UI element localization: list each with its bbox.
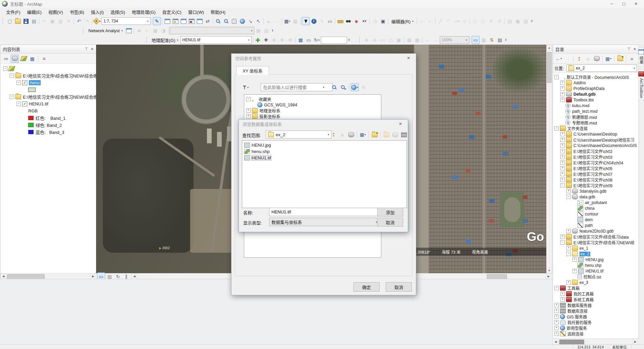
toc-window-icon[interactable] (163, 17, 171, 25)
tree-item[interactable]: +C:\Users\hasee\Desktop (553, 131, 639, 137)
search-icon[interactable] (330, 83, 338, 91)
georef-cell-size-input[interactable] (321, 37, 347, 44)
look-in-combo[interactable]: ex_2 ▾ (266, 131, 332, 139)
georeferencing-menu[interactable]: 地理配准(G)▾ (149, 37, 180, 43)
clear-search-icon[interactable]: ✕ (339, 83, 347, 91)
georef-layer-combo[interactable]: HENU1.tif▾ (180, 36, 252, 44)
rotate-raster-icon[interactable]: ↻▾ (313, 36, 321, 44)
collapse-icon[interactable]: − (554, 75, 559, 79)
select-elements-icon[interactable] (302, 17, 310, 25)
expand-icon[interactable]: + (566, 229, 571, 233)
toolbox-window-icon[interactable] (187, 17, 196, 25)
expand-icon[interactable]: + (560, 138, 565, 142)
tree-item[interactable]: +E:\地信实习文件\Ch04\ch04 (553, 160, 639, 165)
show-type-combo[interactable]: 数据集与坐标系 ▾ (269, 218, 380, 226)
visibility-checkbox[interactable]: ✓ (22, 101, 27, 106)
expand-icon[interactable]: + (560, 166, 565, 170)
tree-item[interactable]: −E:\地信实习文件\综合练习NEW\综 (553, 240, 639, 245)
filter-icon[interactable]: ▾ (242, 83, 250, 91)
tree-item[interactable]: 专题地图.mxd (553, 120, 639, 126)
network-analyst-menu[interactable]: Network Analyst▾ (86, 28, 125, 33)
tree-item[interactable]: henu.shp (553, 262, 639, 268)
layers-group[interactable]: − (0, 65, 96, 72)
tree-item[interactable]: +E:\地信实习文件\ch02 (553, 148, 639, 154)
expand-icon[interactable]: + (572, 257, 577, 262)
toolbar-grip[interactable] (83, 28, 85, 34)
tree-item[interactable]: +ProfileGraphData (553, 86, 639, 91)
save-icon[interactable] (22, 17, 30, 25)
expand-icon[interactable]: + (566, 189, 571, 193)
tree-item[interactable]: +追踪连接 (553, 331, 639, 337)
close-icon[interactable]: ✕ (397, 121, 404, 127)
tree-item[interactable]: −E:\地信实习文件\ch09 (553, 183, 639, 188)
find-icon[interactable] (344, 17, 352, 25)
tree-item[interactable]: +系统工具箱 (553, 297, 639, 302)
data-driven-pages-icon[interactable]: ▤ (496, 36, 504, 44)
location-combo[interactable]: ex_2 ▾ (566, 64, 637, 72)
ok-button[interactable]: 确定 (353, 282, 380, 292)
view-link-table-icon[interactable]: ▦ (297, 36, 305, 44)
tree-item[interactable]: kuku.mxd (553, 103, 639, 108)
expand-icon[interactable]: + (560, 92, 565, 96)
tree-item[interactable]: +AddIns (553, 80, 639, 86)
coordinate-search-input[interactable] (261, 83, 333, 91)
tree-item[interactable]: −data.gdb (553, 194, 639, 200)
back-icon[interactable]: ←▾ (555, 55, 563, 63)
fixed-zoom-in-icon[interactable]: ↘ (246, 17, 254, 25)
expand-icon[interactable]: + (560, 172, 565, 176)
tree-item[interactable]: dem (553, 217, 639, 222)
editor-pencil-icon[interactable]: ✎ (153, 17, 161, 25)
fit-to-display-icon[interactable]: ▭ (305, 36, 313, 44)
menu-item[interactable]: 视图(V) (45, 7, 66, 16)
collapse-icon[interactable]: − (566, 195, 571, 199)
tree-item[interactable]: +HENU1.tif (553, 268, 639, 274)
symbol-swatch[interactable] (28, 130, 34, 134)
collapse-icon[interactable]: − (560, 183, 565, 188)
menu-item[interactable]: 窗口(W) (185, 7, 207, 16)
viewer-window-icon[interactable]: ▣ (379, 17, 387, 25)
up-one-level-icon[interactable]: ↥ (575, 55, 583, 63)
toc-options-icon[interactable]: ≡ (40, 55, 48, 63)
collapse-icon[interactable]: − (554, 126, 559, 131)
tree-item[interactable]: 新建图层.mxd (553, 114, 639, 120)
tree-item[interactable]: +GIS 服务器 (553, 314, 639, 319)
tree-item[interactable]: china (553, 205, 639, 211)
list-by-source-icon[interactable] (11, 55, 19, 63)
layer-henu[interactable]: −✓henu (0, 79, 96, 86)
map-vscrollbar[interactable]: ▲ ▼ (546, 45, 552, 274)
scroll-right-icon[interactable]: ▶ (546, 273, 552, 279)
file-item[interactable]: HENU1.tif (243, 155, 406, 161)
tree-item[interactable]: +ex_3 (553, 280, 639, 285)
visibility-checkbox[interactable]: ✓ (22, 80, 27, 85)
collapse-icon[interactable]: − (566, 252, 571, 256)
search-window-icon[interactable] (179, 17, 187, 25)
select-link-icon[interactable]: ✚ (262, 36, 270, 44)
expand-icon[interactable]: + (560, 155, 565, 159)
python-window-icon[interactable] (196, 17, 204, 25)
rgb-label[interactable]: RGB (0, 107, 96, 114)
expand-icon[interactable]: + (572, 269, 577, 273)
collapse-icon[interactable]: − (560, 240, 565, 245)
band-blue[interactable]: 蓝色: Band_3 (0, 129, 96, 136)
cancel-button[interactable]: 取消 (386, 282, 412, 292)
scroll-right-icon[interactable]: ▶ (90, 273, 96, 279)
tree-item[interactable]: +E:\地信实习文件\ch05 (553, 165, 639, 171)
catalog-window-icon[interactable] (171, 17, 179, 25)
tree-item[interactable]: +我的工具箱 (553, 291, 639, 297)
tree-item[interactable]: +投影坐标系 (244, 113, 381, 119)
menu-item[interactable]: 自定义(C) (159, 7, 185, 16)
expand-icon[interactable]: + (560, 149, 565, 153)
html-popup-icon[interactable]: ▭ (326, 17, 334, 25)
expand-icon[interactable]: + (554, 326, 559, 330)
list-by-visibility-icon[interactable] (19, 55, 28, 63)
select-features-icon[interactable]: ▦▾ (283, 17, 291, 25)
open-folder-icon[interactable] (14, 17, 22, 25)
tree-item[interactable]: path_tezt.mxd (553, 108, 639, 114)
tree-item[interactable]: +即用型服务 (553, 325, 639, 331)
menu-item[interactable]: 地理处理(G) (128, 7, 159, 16)
expand-icon[interactable]: + (560, 297, 565, 302)
measure-icon[interactable] (336, 17, 344, 25)
close-panel-icon[interactable]: ✕ (633, 47, 636, 51)
tree-item[interactable]: +E:\地信实习文件\ch03 (553, 154, 639, 160)
expand-icon[interactable]: + (554, 309, 559, 313)
